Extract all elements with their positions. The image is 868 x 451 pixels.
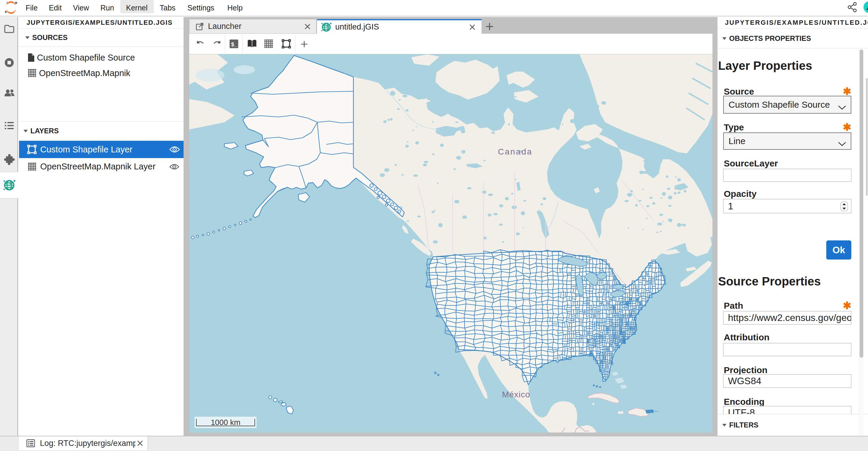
svg-text:México: México (502, 390, 530, 399)
svg-text:$_: $_ (231, 41, 238, 48)
svg-text:Canada: Canada (498, 147, 532, 156)
svg-text:1000 km: 1000 km (211, 418, 241, 427)
